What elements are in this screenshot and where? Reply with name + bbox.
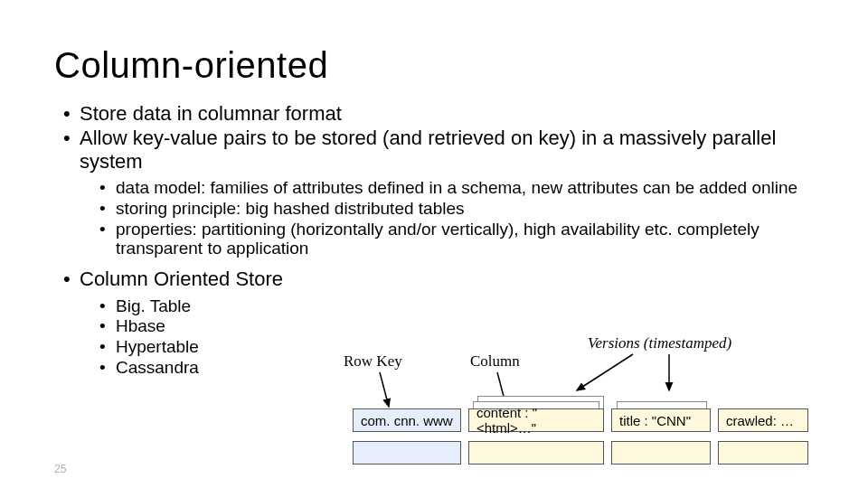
sub-bullet-item: properties: partitioning (horizontally a…	[116, 220, 814, 259]
svg-line-0	[380, 372, 389, 407]
rowkey-box: com. cnn. www	[353, 408, 461, 432]
bullet-item: Column Oriented Store	[80, 267, 814, 290]
sub-bullet-item: storing principle: big hashed distribute…	[116, 199, 814, 219]
column-box-blank	[468, 441, 604, 465]
column-box-blank	[611, 441, 711, 465]
data-model-diagram: Row Key Column Versions (timestamped) co…	[335, 334, 859, 488]
column-box: crawled: …	[718, 408, 808, 432]
sub-bullet-item: Hbase	[116, 316, 814, 336]
rowkey-box-blank	[353, 441, 461, 465]
sub-bullet-list: data model: families of attributes defin…	[80, 178, 814, 258]
sub-bullet-item: data model: families of attributes defin…	[116, 178, 814, 198]
column-box: content : "<html>…"	[468, 408, 604, 432]
slide-title: Column-oriented	[54, 45, 814, 86]
column-box-blank	[718, 441, 808, 465]
page-number: 25	[54, 463, 66, 475]
bullet-item: Allow key-value pairs to be stored (and …	[80, 127, 814, 173]
svg-line-2	[577, 354, 633, 390]
slide: Column-oriented Store data in columnar f…	[0, 0, 868, 488]
bullet-item: Store data in columnar format	[80, 102, 814, 125]
sub-bullet-item: Big. Table	[116, 296, 814, 316]
column-box: title : "CNN"	[611, 408, 711, 432]
